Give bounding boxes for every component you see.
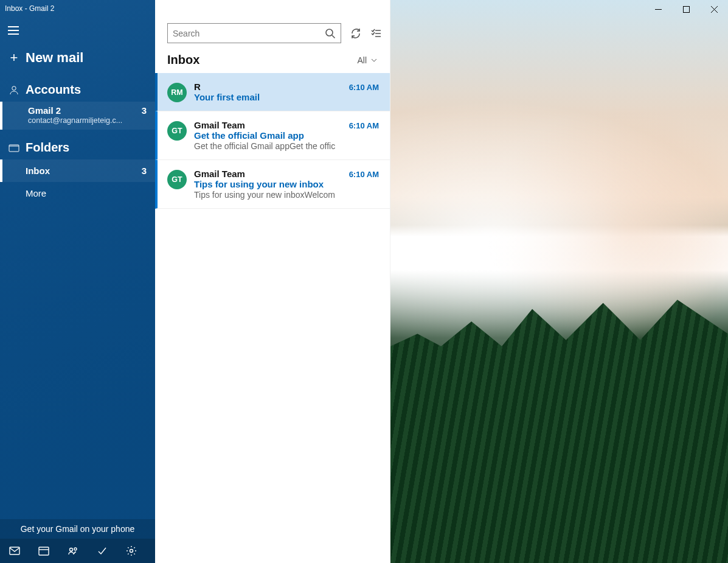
- folder-more-label: More: [26, 188, 46, 198]
- accounts-heading[interactable]: Accounts: [0, 72, 155, 102]
- message-time: 6:10 AM: [349, 121, 379, 130]
- minimize-icon: [655, 6, 662, 13]
- avatar: GT: [167, 121, 187, 141]
- folder-item-inbox[interactable]: Inbox 3: [0, 159, 155, 182]
- message-time: 6:10 AM: [349, 83, 379, 92]
- message-preview: Get the official Gmail appGet the offic: [194, 141, 379, 151]
- svg-point-14: [326, 29, 333, 36]
- mail-icon: [9, 545, 20, 556]
- chevron-down-icon: [370, 57, 378, 64]
- svg-rect-5: [10, 547, 19, 554]
- messages-container: RMR6:10 AMYour first emailGTGmail Team6:…: [155, 73, 390, 209]
- avatar: GT: [167, 170, 187, 189]
- account-email: contact@ragnarmiljeteig.c...: [28, 116, 137, 125]
- sender-name: R: [194, 82, 201, 92]
- sync-button[interactable]: [350, 27, 362, 40]
- reading-pane: [390, 0, 728, 563]
- sender-name: Gmail Team: [194, 120, 245, 130]
- svg-rect-20: [683, 6, 689, 12]
- list-toolbar: [155, 0, 390, 48]
- message-item[interactable]: GTGmail Team6:10 AMGet the official Gmai…: [155, 111, 390, 160]
- message-preview: Tips for using your new inboxWelcom: [194, 190, 379, 200]
- settings-button[interactable]: [125, 545, 137, 557]
- close-icon: [711, 6, 718, 13]
- search-icon: [325, 28, 336, 39]
- calendar-app-button[interactable]: [38, 545, 50, 557]
- message-item[interactable]: RMR6:10 AMYour first email: [155, 73, 390, 111]
- accounts-label: Accounts: [26, 83, 81, 97]
- folder-inbox-badge: 3: [142, 166, 147, 176]
- check-icon: [97, 545, 108, 556]
- svg-point-11: [70, 548, 73, 551]
- filter-label: All: [357, 55, 367, 65]
- avatar: RM: [167, 83, 187, 102]
- todo-app-button[interactable]: [96, 545, 108, 557]
- maximize-button[interactable]: [672, 0, 700, 18]
- message-body: R6:10 AMYour first email: [194, 82, 379, 102]
- minimize-button[interactable]: [644, 0, 672, 18]
- folder-item-more[interactable]: More: [0, 182, 155, 205]
- gear-icon: [126, 545, 137, 556]
- sender-name: Gmail Team: [194, 169, 245, 179]
- new-mail-button[interactable]: + New mail: [0, 45, 155, 72]
- search-box[interactable]: [167, 23, 341, 43]
- filter-dropdown[interactable]: All: [357, 55, 378, 65]
- folders-heading[interactable]: Folders: [0, 130, 155, 159]
- account-badge: 3: [142, 105, 147, 116]
- svg-point-3: [12, 86, 16, 89]
- account-item-gmail2[interactable]: Gmail 2 3 contact@ragnarmiljeteig.c...: [0, 102, 155, 130]
- person-icon: [6, 85, 22, 96]
- mail-app-button[interactable]: [9, 545, 21, 557]
- hamburger-icon: [8, 26, 19, 35]
- hamburger-button[interactable]: [1, 18, 26, 43]
- message-subject: Tips for using your new inbox: [194, 179, 379, 189]
- sidebar: Inbox - Gmail 2 + New mail Accounts Gmai…: [0, 0, 155, 563]
- folders-label: Folders: [26, 141, 69, 155]
- new-mail-label: New mail: [26, 50, 83, 66]
- window-title: Inbox - Gmail 2: [0, 0, 155, 17]
- window-controls: [644, 0, 728, 18]
- bottom-toolbar: [0, 539, 155, 563]
- message-list-pane: Inbox All RMR6:10 AMYour first emailGTGm…: [155, 0, 390, 563]
- message-subject: Your first email: [194, 92, 379, 102]
- svg-point-13: [130, 550, 133, 553]
- selection-icon: [371, 28, 382, 39]
- search-input[interactable]: [173, 29, 325, 38]
- message-body: Gmail Team6:10 AMGet the official Gmail …: [194, 120, 379, 151]
- promo-banner[interactable]: Get your Gmail on your phone: [0, 519, 155, 539]
- close-button[interactable]: [700, 0, 728, 18]
- people-app-button[interactable]: [67, 545, 79, 557]
- plus-icon: +: [6, 50, 22, 66]
- message-item[interactable]: GTGmail Team6:10 AMTips for using your n…: [155, 160, 390, 209]
- svg-point-12: [74, 548, 77, 550]
- message-body: Gmail Team6:10 AMTips for using your new…: [194, 169, 379, 200]
- message-time: 6:10 AM: [349, 170, 379, 179]
- maximize-icon: [683, 6, 690, 13]
- list-header: Inbox All: [155, 48, 390, 73]
- people-icon: [68, 545, 78, 556]
- selection-mode-button[interactable]: [370, 27, 383, 40]
- list-title: Inbox: [167, 53, 199, 67]
- folder-icon: [6, 142, 22, 153]
- message-subject: Get the official Gmail app: [194, 130, 379, 141]
- svg-line-15: [332, 35, 335, 38]
- svg-rect-6: [39, 547, 49, 555]
- refresh-icon: [350, 28, 361, 39]
- calendar-icon: [38, 545, 49, 556]
- account-name: Gmail 2: [28, 105, 61, 116]
- folder-inbox-label: Inbox: [26, 166, 50, 176]
